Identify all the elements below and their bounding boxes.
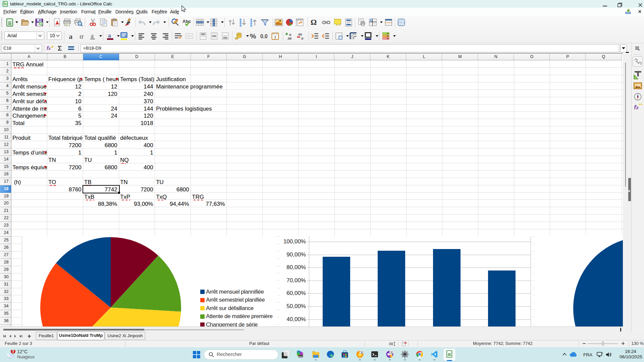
svg-text:3: 3 [274, 36, 276, 39]
svg-text:.00: .00 [298, 33, 302, 36]
svg-text:Ω: Ω [311, 18, 317, 26]
svg-text:.00: .00 [287, 37, 291, 40]
svg-text:a: a [69, 33, 72, 41]
svg-text:Abc: Abc [182, 19, 191, 24]
svg-text:%: % [250, 32, 256, 40]
svg-text:.0: .0 [288, 33, 291, 37]
svg-text:3: 3 [12, 350, 14, 353]
svg-text:a: a [91, 32, 94, 39]
svg-text:.0: .0 [301, 37, 304, 40]
svg-text:α: α [79, 32, 84, 40]
svg-text:a: a [108, 32, 111, 39]
svg-text:M365: M365 [298, 355, 303, 357]
svg-text:0.0: 0.0 [260, 34, 268, 39]
